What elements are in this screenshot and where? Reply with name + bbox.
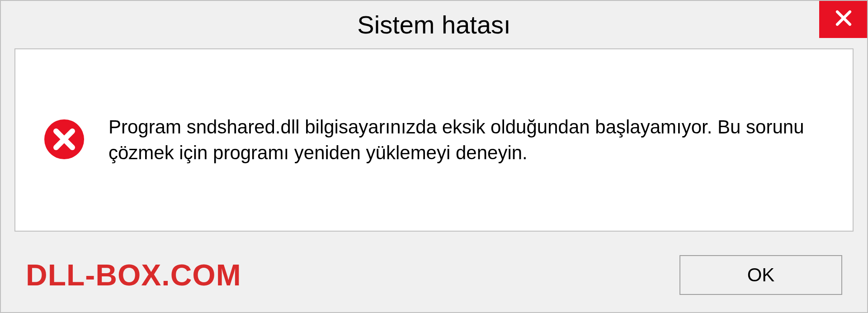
watermark-text: DLL-BOX.COM: [26, 258, 241, 292]
error-icon-wrapper: [42, 118, 86, 163]
ok-button-label: OK: [747, 264, 775, 286]
close-button[interactable]: [819, 0, 868, 38]
footer: DLL-BOX.COM OK: [1, 249, 867, 312]
error-icon: [42, 155, 86, 162]
ok-button[interactable]: OK: [679, 255, 842, 295]
title-bar: Sistem hatası: [1, 1, 867, 48]
dialog-title: Sistem hatası: [357, 10, 510, 39]
error-message: Program sndshared.dll bilgisayarınızda e…: [108, 114, 826, 166]
content-area: Program sndshared.dll bilgisayarınızda e…: [14, 48, 854, 232]
close-icon: [834, 9, 853, 29]
